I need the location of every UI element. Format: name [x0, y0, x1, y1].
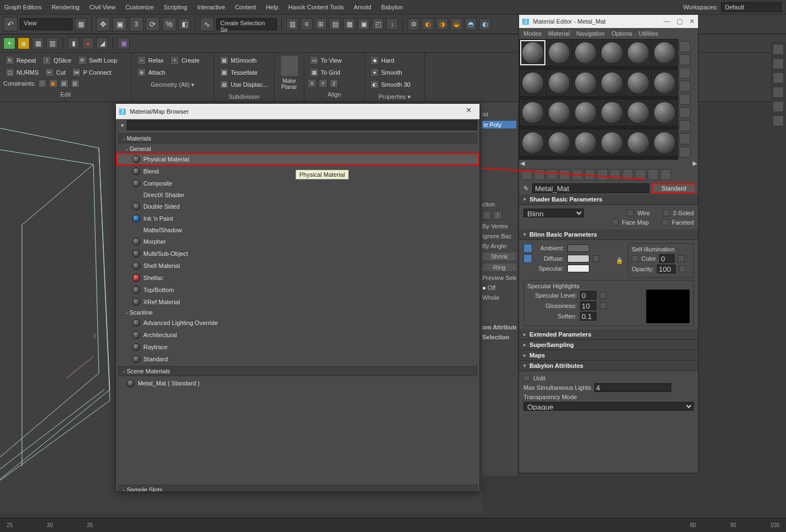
select-by-mat-icon[interactable] — [679, 133, 690, 144]
item-double-sided[interactable]: Double Sided — [116, 200, 480, 212]
opacity-map-btn[interactable] — [679, 266, 685, 272]
me-menu-utilities[interactable]: Utilities — [639, 30, 658, 37]
teapot2-icon[interactable]: ◑ — [436, 18, 448, 30]
assign-selection-icon[interactable] — [547, 169, 558, 180]
go-parent-icon[interactable] — [648, 169, 659, 180]
diffuse-lock-icon[interactable] — [523, 254, 532, 263]
maximize-icon[interactable]: ▢ — [677, 18, 683, 25]
wire-checkbox[interactable] — [627, 210, 634, 216]
close-icon[interactable]: ✕ — [461, 106, 476, 117]
snap-icon[interactable]: % — [162, 17, 176, 31]
sliver-by-angle[interactable]: By Angle: — [482, 243, 516, 249]
st7[interactable]: ◢ — [96, 37, 108, 49]
sample-slot-2[interactable] — [547, 40, 572, 65]
sample-slot-12[interactable] — [652, 70, 677, 96]
sample-slot-8[interactable] — [547, 70, 572, 96]
put-library-icon[interactable] — [597, 169, 608, 180]
sample-slot-3[interactable] — [573, 40, 598, 65]
constraint-normal-icon[interactable]: ▥ — [71, 79, 80, 88]
selection-set-combo[interactable]: Create Selection Se — [216, 18, 277, 30]
hierarchy-tab-icon[interactable] — [773, 72, 784, 83]
teapot4-icon[interactable]: ◓ — [465, 18, 477, 30]
materials-header[interactable]: - Materials — [118, 133, 477, 143]
subobj-vertex-icon[interactable]: · — [482, 211, 491, 220]
create-button[interactable]: +Create — [168, 55, 202, 66]
item-physical-material[interactable]: Physical Material — [116, 153, 480, 165]
st1[interactable]: ✦ — [3, 37, 15, 49]
scene-item-metal-mat[interactable]: Metal_Mat ( Standard ) — [116, 377, 480, 389]
menu-graph-editors[interactable]: Graph Editors — [4, 4, 42, 10]
sample-slot-6[interactable] — [652, 40, 677, 65]
t3[interactable]: ⊞ — [315, 18, 327, 30]
subobj-edge-icon[interactable]: / — [493, 211, 502, 220]
menu-customize[interactable]: Customize — [125, 4, 154, 10]
relax-button[interactable]: ~Relax — [135, 55, 166, 66]
specular-swatch[interactable] — [567, 265, 589, 272]
align-y-button[interactable]: Y — [319, 79, 327, 88]
teapot-icon[interactable]: ◐ — [422, 18, 434, 30]
display-tab-icon[interactable] — [773, 101, 784, 112]
self-illum-map-btn[interactable] — [678, 255, 684, 262]
faceted-checkbox[interactable] — [662, 219, 668, 226]
menu-help[interactable]: Help — [266, 4, 278, 10]
use-displac-button[interactable]: ▨Use Displac... — [218, 79, 271, 90]
face-map-checkbox[interactable] — [612, 219, 618, 226]
render-setup-icon[interactable]: ⚙ — [408, 18, 420, 30]
sample-slot-15[interactable] — [573, 100, 598, 125]
material-effects-icon[interactable] — [610, 169, 621, 180]
lock-icon[interactable]: 🔒 — [616, 257, 623, 265]
st8[interactable]: ▣ — [118, 37, 130, 49]
scroll-left-icon[interactable]: ◀ — [520, 160, 525, 167]
item-directx-shader[interactable]: DirectX Shader — [116, 189, 480, 200]
sliver-by-vertex[interactable]: By Vertex — [482, 223, 516, 229]
repeat-button[interactable]: ↻Repeat — [3, 55, 38, 66]
path-icon[interactable]: ∿ — [200, 17, 214, 31]
align-x-button[interactable]: X — [308, 79, 316, 88]
unlit-checkbox[interactable] — [523, 375, 530, 382]
sample-slot-22[interactable] — [599, 130, 625, 155]
transparency-select[interactable]: Opaque — [523, 402, 694, 411]
st3[interactable]: ▦ — [32, 37, 44, 49]
extended-params-rollup[interactable]: ▸Extended Parameters — [519, 329, 698, 340]
general-header[interactable]: - General — [116, 144, 480, 153]
motion-tab-icon[interactable] — [773, 87, 784, 98]
diffuse-swatch[interactable] — [567, 255, 589, 262]
item-standard[interactable]: Standard — [116, 353, 480, 365]
item-morpher[interactable]: Morpher — [116, 236, 480, 248]
sample-slot-9[interactable] — [573, 70, 598, 96]
ambient-swatch[interactable] — [567, 244, 589, 252]
cut-button[interactable]: ✂Cut — [43, 67, 68, 78]
hard-button[interactable]: ◆Hard — [368, 55, 421, 66]
menu-rendering[interactable]: Rendering — [52, 4, 80, 10]
me-menu-navigation[interactable]: Navigation — [576, 30, 605, 37]
to-view-button[interactable]: ▭To View — [308, 55, 361, 66]
swift-loop-button[interactable]: ⟳Swift Loop — [76, 55, 119, 66]
p-connect-button[interactable]: ⋈P Connect — [70, 67, 113, 78]
item-shell-material[interactable]: Shell Material — [116, 260, 480, 272]
menu-havok[interactable]: Havok Content Tools — [288, 4, 344, 10]
sample-slot-1[interactable] — [520, 40, 545, 65]
create-tab-icon[interactable] — [773, 44, 784, 55]
item-xref-material[interactable]: XRef Material — [116, 296, 480, 308]
sample-slot-19[interactable] — [520, 130, 545, 155]
backlight-icon[interactable] — [679, 54, 690, 65]
me-menu-options[interactable]: Options — [611, 30, 632, 37]
to-grid-button[interactable]: ▦To Grid — [308, 67, 361, 78]
t7[interactable]: ◰ — [372, 18, 384, 30]
nurms-button[interactable]: ▢NURMS — [3, 67, 41, 78]
scene-materials-header[interactable]: - Scene Materials — [118, 366, 477, 376]
sample-type-icon[interactable] — [679, 41, 690, 52]
pick-dropper-icon[interactable]: ✎ — [521, 185, 530, 192]
t6[interactable]: ▣ — [358, 18, 370, 30]
scroll-right-icon[interactable]: ▶ — [693, 160, 697, 167]
ambient-lock-icon[interactable] — [523, 244, 532, 253]
item-adv-lighting[interactable]: Advanced Lighting Override — [116, 317, 480, 329]
t5[interactable]: ▦ — [343, 18, 355, 30]
qslice-button[interactable]: /QSlice — [40, 55, 73, 66]
make-preview-icon[interactable] — [679, 107, 690, 118]
shader-type-select[interactable]: Blinn — [523, 209, 584, 217]
sample-slot-4[interactable] — [599, 40, 625, 65]
tessellate-button[interactable]: ▩Tessellate — [218, 67, 271, 78]
modify-tab-icon[interactable] — [773, 58, 784, 69]
t8[interactable]: ↓ — [386, 18, 398, 30]
